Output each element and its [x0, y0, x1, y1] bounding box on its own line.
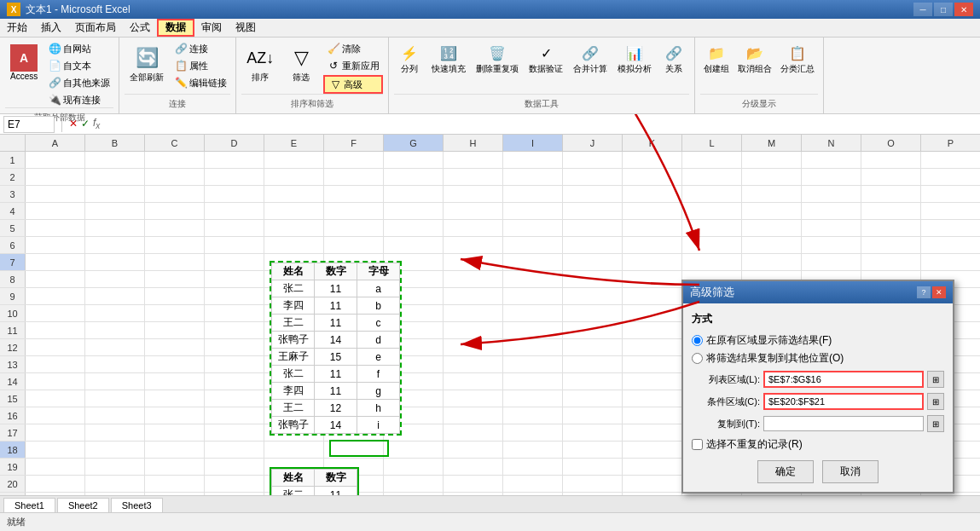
cell-B19[interactable]	[85, 459, 145, 475]
cell-F4[interactable]	[324, 203, 384, 219]
cell-C10[interactable]	[145, 305, 205, 321]
cell-J14[interactable]	[563, 373, 623, 390]
cell-I19[interactable]	[503, 459, 563, 475]
cell-I12[interactable]	[503, 339, 563, 355]
cell-H13[interactable]	[444, 356, 503, 372]
cell-reference[interactable]: E7	[3, 116, 55, 133]
ribbon-btn-simulate[interactable]: 📊 模拟分析	[614, 41, 655, 77]
row-num-12[interactable]: 12	[0, 339, 26, 355]
ribbon-btn-edit-link[interactable]: ✏️ 编辑链接	[171, 75, 230, 90]
cell-G18[interactable]	[384, 442, 444, 458]
dialog-confirm-button[interactable]: 确定	[757, 460, 814, 483]
cell-D21[interactable]	[205, 493, 264, 495]
row-num-6[interactable]: 6	[0, 237, 26, 253]
cell-D12[interactable]	[205, 339, 264, 355]
cell-C3[interactable]	[145, 186, 205, 202]
cell-E6[interactable]	[264, 237, 324, 253]
cell-H12[interactable]	[444, 339, 503, 355]
cell-C20[interactable]	[145, 476, 205, 492]
ribbon-btn-other[interactable]: 🔗 自其他来源	[44, 75, 113, 90]
row-num-17[interactable]: 17	[0, 424, 26, 441]
cell-K9[interactable]	[623, 288, 682, 304]
cell-J15[interactable]	[563, 390, 623, 407]
cell-B17[interactable]	[85, 424, 145, 441]
menu-formula[interactable]: 公式	[123, 19, 157, 37]
cell-C19[interactable]	[145, 459, 205, 475]
cell-G2[interactable]	[384, 169, 444, 185]
cell-F5[interactable]	[324, 220, 384, 236]
ribbon-btn-advanced[interactable]: ▽ 高级	[323, 75, 383, 94]
cell-B6[interactable]	[85, 237, 145, 253]
row-num-15[interactable]: 15	[0, 390, 26, 407]
cell-A11[interactable]	[26, 322, 85, 338]
row-num-9[interactable]: 9	[0, 288, 26, 304]
cell-O6[interactable]	[861, 237, 921, 253]
cell-D18[interactable]	[205, 442, 264, 458]
sheet-tab-3[interactable]: Sheet3	[111, 498, 163, 512]
cell-M2[interactable]	[742, 169, 802, 185]
ribbon-btn-conn-link[interactable]: 🔗 连接	[171, 41, 230, 56]
cell-A16[interactable]	[26, 407, 85, 424]
criteria-range-input[interactable]: $E$20:$F$21	[763, 393, 924, 410]
cell-I3[interactable]	[503, 186, 563, 202]
cell-C9[interactable]	[145, 288, 205, 304]
radio-in-place-input[interactable]	[692, 335, 703, 346]
cell-A19[interactable]	[26, 459, 85, 475]
menu-layout[interactable]: 页面布局	[68, 19, 123, 37]
cell-G5[interactable]	[384, 220, 444, 236]
cell-D9[interactable]	[205, 288, 264, 304]
ribbon-btn-reapply[interactable]: ↺ 重新应用	[323, 58, 383, 73]
cell-I13[interactable]	[503, 356, 563, 372]
cell-K6[interactable]	[623, 237, 682, 253]
cell-B10[interactable]	[85, 305, 145, 321]
ribbon-btn-text[interactable]: 📄 自文本	[44, 58, 113, 73]
copy-to-collapse-btn[interactable]: ⊞	[927, 415, 944, 432]
cell-B2[interactable]	[85, 169, 145, 185]
cell-H3[interactable]	[444, 186, 503, 202]
cell-N4[interactable]	[802, 203, 861, 219]
col-header-B[interactable]: B	[85, 135, 145, 151]
cell-C16[interactable]	[145, 407, 205, 424]
cell-A15[interactable]	[26, 390, 85, 407]
cell-J21[interactable]	[563, 493, 623, 495]
col-header-C[interactable]: C	[145, 135, 205, 151]
sheet-tab-2[interactable]: Sheet2	[57, 498, 109, 512]
cell-G4[interactable]	[384, 203, 444, 219]
cell-N7[interactable]	[802, 254, 861, 270]
cell-B21[interactable]	[85, 493, 145, 495]
cell-A4[interactable]	[26, 203, 85, 219]
cell-J1[interactable]	[563, 152, 623, 168]
row-num-18[interactable]: 18	[0, 442, 26, 458]
list-range-input[interactable]: $E$7:$G$16	[763, 371, 924, 388]
cell-K10[interactable]	[623, 305, 682, 321]
row-num-10[interactable]: 10	[0, 305, 26, 321]
cell-I7[interactable]	[503, 254, 563, 270]
cell-H10[interactable]	[444, 305, 503, 321]
cell-I14[interactable]	[503, 373, 563, 390]
ribbon-btn-existing[interactable]: 🔌 现有连接	[44, 92, 113, 107]
cell-J5[interactable]	[563, 220, 623, 236]
cell-I4[interactable]	[503, 203, 563, 219]
close-button[interactable]: ✕	[954, 3, 973, 16]
cell-H9[interactable]	[444, 288, 503, 304]
maximize-button[interactable]: □	[934, 3, 953, 16]
menu-review[interactable]: 审阅	[194, 19, 229, 37]
cell-A12[interactable]	[26, 339, 85, 355]
cell-I1[interactable]	[503, 152, 563, 168]
menu-insert[interactable]: 插入	[34, 19, 68, 37]
cell-L4[interactable]	[682, 203, 742, 219]
unique-checkbox-input[interactable]	[692, 439, 703, 450]
cell-J2[interactable]	[563, 169, 623, 185]
cell-K16[interactable]	[623, 407, 682, 424]
cell-A8[interactable]	[26, 271, 85, 287]
row-num-11[interactable]: 11	[0, 322, 26, 338]
cell-C14[interactable]	[145, 373, 205, 390]
ribbon-btn-refresh[interactable]: 🔄 全部刷新	[125, 41, 169, 87]
cell-K19[interactable]	[623, 459, 682, 475]
cell-F18[interactable]	[324, 442, 384, 458]
cell-E5[interactable]	[264, 220, 324, 236]
cell-N2[interactable]	[802, 169, 861, 185]
cell-H18[interactable]	[444, 442, 503, 458]
ribbon-btn-consolidate[interactable]: 🔗 合并计算	[570, 41, 611, 77]
cell-B16[interactable]	[85, 407, 145, 424]
